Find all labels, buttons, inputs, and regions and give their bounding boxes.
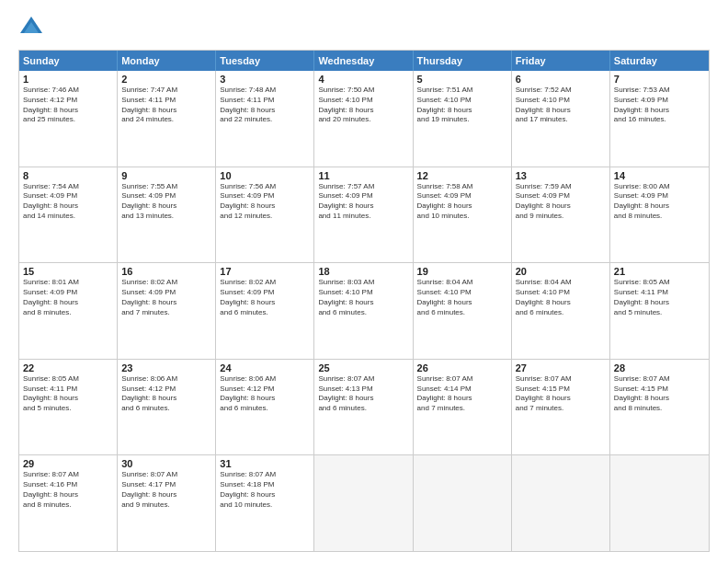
calendar-cell: 15Sunrise: 8:01 AMSunset: 4:09 PMDayligh…: [19, 263, 118, 359]
calendar-cell: 1Sunrise: 7:46 AMSunset: 4:12 PMDaylight…: [19, 71, 118, 167]
day-number: 21: [614, 266, 705, 277]
cell-info: Sunrise: 8:00 AMSunset: 4:09 PMDaylight:…: [614, 182, 705, 222]
header-cell-monday: Monday: [118, 51, 216, 71]
calendar-cell: 5Sunrise: 7:51 AMSunset: 4:10 PMDaylight…: [414, 71, 512, 167]
day-number: 11: [318, 170, 408, 181]
calendar-cell: 16Sunrise: 8:02 AMSunset: 4:09 PMDayligh…: [118, 263, 216, 359]
calendar-cell: 29Sunrise: 8:07 AMSunset: 4:16 PMDayligh…: [19, 455, 118, 551]
calendar-cell: 3Sunrise: 7:48 AMSunset: 4:11 PMDaylight…: [216, 71, 314, 167]
logo: [18, 15, 48, 40]
calendar-cell: 22Sunrise: 8:05 AMSunset: 4:11 PMDayligh…: [19, 360, 118, 455]
cell-info: Sunrise: 8:06 AMSunset: 4:12 PMDaylight:…: [220, 374, 310, 414]
cell-info: Sunrise: 8:07 AMSunset: 4:17 PMDaylight:…: [121, 470, 211, 510]
cell-info: Sunrise: 8:07 AMSunset: 4:15 PMDaylight:…: [516, 374, 606, 414]
day-number: 13: [516, 170, 606, 181]
calendar-cell: 8Sunrise: 7:54 AMSunset: 4:09 PMDaylight…: [19, 167, 118, 263]
calendar-cell: 9Sunrise: 7:55 AMSunset: 4:09 PMDaylight…: [118, 167, 216, 263]
day-number: 20: [516, 266, 606, 277]
cell-info: Sunrise: 7:47 AMSunset: 4:11 PMDaylight:…: [121, 86, 211, 125]
page: SundayMondayTuesdayWednesdayThursdayFrid…: [0, 0, 728, 563]
calendar-row: 8Sunrise: 7:54 AMSunset: 4:09 PMDaylight…: [19, 167, 709, 264]
calendar-row: 15Sunrise: 8:01 AMSunset: 4:09 PMDayligh…: [19, 263, 709, 360]
day-number: 16: [121, 266, 211, 277]
cell-info: Sunrise: 8:07 AMSunset: 4:14 PMDaylight:…: [417, 374, 507, 414]
cell-info: Sunrise: 7:54 AMSunset: 4:09 PMDaylight:…: [23, 182, 113, 222]
cell-info: Sunrise: 7:52 AMSunset: 4:10 PMDaylight:…: [516, 86, 606, 125]
header-cell-wednesday: Wednesday: [314, 51, 413, 71]
cell-info: Sunrise: 8:04 AMSunset: 4:10 PMDaylight:…: [516, 278, 606, 317]
calendar-cell: 20Sunrise: 8:04 AMSunset: 4:10 PMDayligh…: [512, 263, 610, 359]
cell-info: Sunrise: 7:59 AMSunset: 4:09 PMDaylight:…: [516, 182, 606, 222]
day-number: 4: [318, 74, 408, 85]
cell-info: Sunrise: 8:05 AMSunset: 4:11 PMDaylight:…: [614, 278, 705, 317]
cell-info: Sunrise: 7:57 AMSunset: 4:09 PMDaylight:…: [318, 182, 408, 222]
day-number: 24: [220, 362, 310, 373]
cell-info: Sunrise: 7:55 AMSunset: 4:09 PMDaylight:…: [121, 182, 211, 222]
day-number: 29: [23, 458, 113, 469]
calendar-cell: 2Sunrise: 7:47 AMSunset: 4:11 PMDaylight…: [118, 71, 216, 167]
cell-info: Sunrise: 8:02 AMSunset: 4:09 PMDaylight:…: [121, 278, 211, 317]
calendar: SundayMondayTuesdayWednesdayThursdayFrid…: [18, 50, 710, 552]
cell-info: Sunrise: 8:07 AMSunset: 4:13 PMDaylight:…: [318, 374, 408, 414]
day-number: 30: [121, 458, 211, 469]
calendar-cell: 21Sunrise: 8:05 AMSunset: 4:11 PMDayligh…: [610, 263, 709, 359]
calendar-cell: 19Sunrise: 8:04 AMSunset: 4:10 PMDayligh…: [414, 263, 512, 359]
calendar-cell: 31Sunrise: 8:07 AMSunset: 4:18 PMDayligh…: [216, 455, 314, 551]
calendar-cell: 17Sunrise: 8:02 AMSunset: 4:09 PMDayligh…: [216, 263, 314, 359]
day-number: 12: [417, 170, 507, 181]
day-number: 25: [318, 362, 408, 373]
header: [18, 15, 710, 40]
calendar-cell: 18Sunrise: 8:03 AMSunset: 4:10 PMDayligh…: [314, 263, 413, 359]
calendar-cell: 13Sunrise: 7:59 AMSunset: 4:09 PMDayligh…: [512, 167, 610, 263]
calendar-cell: [610, 455, 709, 551]
day-number: 1: [23, 74, 113, 85]
day-number: 23: [121, 362, 211, 373]
calendar-cell: 23Sunrise: 8:06 AMSunset: 4:12 PMDayligh…: [118, 360, 216, 455]
calendar-cell: 24Sunrise: 8:06 AMSunset: 4:12 PMDayligh…: [216, 360, 314, 455]
header-cell-friday: Friday: [512, 51, 610, 71]
cell-info: Sunrise: 8:07 AMSunset: 4:15 PMDaylight:…: [614, 374, 705, 414]
calendar-cell: 7Sunrise: 7:53 AMSunset: 4:09 PMDaylight…: [610, 71, 709, 167]
day-number: 8: [23, 170, 113, 181]
day-number: 10: [220, 170, 310, 181]
calendar-cell: [414, 455, 512, 551]
cell-info: Sunrise: 8:07 AMSunset: 4:16 PMDaylight:…: [23, 470, 113, 510]
calendar-row: 29Sunrise: 8:07 AMSunset: 4:16 PMDayligh…: [19, 455, 709, 551]
calendar-header: SundayMondayTuesdayWednesdayThursdayFrid…: [19, 51, 709, 71]
day-number: 5: [417, 74, 507, 85]
calendar-cell: 26Sunrise: 8:07 AMSunset: 4:14 PMDayligh…: [414, 360, 512, 455]
cell-info: Sunrise: 8:02 AMSunset: 4:09 PMDaylight:…: [220, 278, 310, 317]
day-number: 3: [220, 74, 310, 85]
calendar-cell: 14Sunrise: 8:00 AMSunset: 4:09 PMDayligh…: [610, 167, 709, 263]
day-number: 31: [220, 458, 310, 469]
cell-info: Sunrise: 7:51 AMSunset: 4:10 PMDaylight:…: [417, 86, 507, 125]
cell-info: Sunrise: 7:58 AMSunset: 4:09 PMDaylight:…: [417, 182, 507, 222]
day-number: 28: [614, 362, 705, 373]
cell-info: Sunrise: 7:48 AMSunset: 4:11 PMDaylight:…: [220, 86, 310, 125]
calendar-cell: 28Sunrise: 8:07 AMSunset: 4:15 PMDayligh…: [610, 360, 709, 455]
cell-info: Sunrise: 8:06 AMSunset: 4:12 PMDaylight:…: [121, 374, 211, 414]
header-cell-thursday: Thursday: [414, 51, 512, 71]
day-number: 6: [516, 74, 606, 85]
day-number: 18: [318, 266, 408, 277]
calendar-cell: 11Sunrise: 7:57 AMSunset: 4:09 PMDayligh…: [314, 167, 413, 263]
header-cell-tuesday: Tuesday: [216, 51, 314, 71]
calendar-row: 1Sunrise: 7:46 AMSunset: 4:12 PMDaylight…: [19, 71, 709, 167]
day-number: 15: [23, 266, 113, 277]
cell-info: Sunrise: 7:53 AMSunset: 4:09 PMDaylight:…: [614, 86, 705, 125]
calendar-cell: [512, 455, 610, 551]
calendar-cell: 4Sunrise: 7:50 AMSunset: 4:10 PMDaylight…: [314, 71, 413, 167]
day-number: 26: [417, 362, 507, 373]
day-number: 2: [121, 74, 211, 85]
cell-info: Sunrise: 8:05 AMSunset: 4:11 PMDaylight:…: [23, 374, 113, 414]
calendar-cell: 27Sunrise: 8:07 AMSunset: 4:15 PMDayligh…: [512, 360, 610, 455]
calendar-cell: 10Sunrise: 7:56 AMSunset: 4:09 PMDayligh…: [216, 167, 314, 263]
logo-icon: [18, 15, 44, 40]
cell-info: Sunrise: 7:56 AMSunset: 4:09 PMDaylight:…: [220, 182, 310, 222]
calendar-cell: [314, 455, 413, 551]
day-number: 7: [614, 74, 705, 85]
day-number: 22: [23, 362, 113, 373]
cell-info: Sunrise: 8:01 AMSunset: 4:09 PMDaylight:…: [23, 278, 113, 317]
cell-info: Sunrise: 7:46 AMSunset: 4:12 PMDaylight:…: [23, 86, 113, 125]
day-number: 17: [220, 266, 310, 277]
